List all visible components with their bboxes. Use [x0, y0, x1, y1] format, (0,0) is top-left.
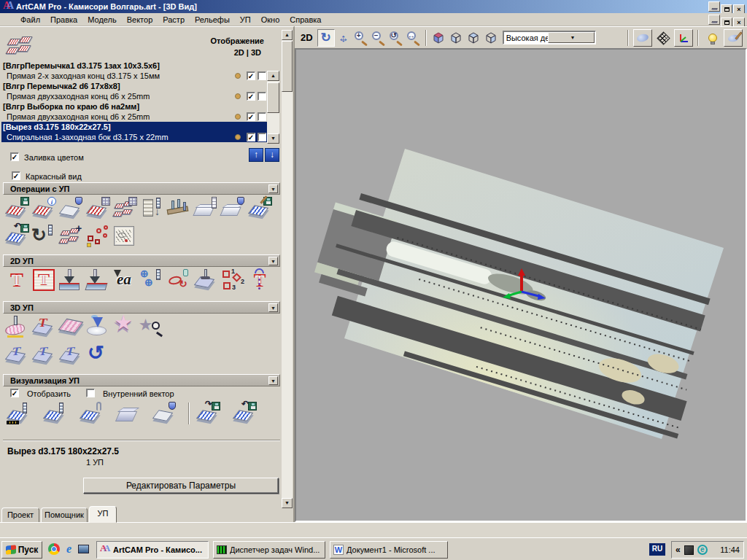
toolpath-strategy-row[interactable]: Спиральная 1-заходная бок d3.175 x 22mm✓ [1, 132, 267, 142]
load-simulation-icon[interactable]: ↶ [232, 402, 257, 425]
material-setup-icon[interactable] [193, 197, 218, 220]
show-2d-checkbox[interactable]: ✓ [247, 92, 255, 101]
machine-relief-icon[interactable] [4, 315, 29, 338]
fill-color-checkbox[interactable]: ✓ [10, 152, 19, 161]
rotate-view-icon[interactable]: ↻ [317, 29, 335, 47]
toolpath-preview-icon[interactable] [112, 224, 137, 247]
batch-calculate-icon[interactable] [112, 197, 137, 220]
task-3[interactable]: WДокумент1 - Microsoft ... [330, 541, 448, 559]
zoom-out-icon[interactable]: − [370, 29, 387, 47]
feature-machining-icon[interactable]: T [31, 315, 56, 338]
menu-Модель[interactable]: Модель [82, 14, 121, 26]
section-toolpath-simulation[interactable]: Визуализация УП▼ [3, 374, 280, 386]
section-collapse-icon[interactable]: ▼ [268, 257, 278, 265]
toolpath-info-icon[interactable]: i [31, 197, 56, 220]
engrave-plate-3-icon[interactable]: T [58, 343, 83, 366]
menu-Справка[interactable]: Справка [285, 14, 326, 26]
bevel-carving-icon[interactable] [85, 268, 110, 292]
menu-Вектор[interactable]: Вектор [122, 14, 158, 26]
machining-order-icon[interactable]: 123 [220, 268, 245, 292]
list-scroll-thumb[interactable] [267, 82, 279, 113]
edit-parameters-button[interactable]: Редактировать Параметры [83, 478, 279, 494]
toolpath-group-header[interactable]: [Влгр Перемычка2 d6 17x8x8] [1, 81, 267, 91]
engrave-plate-2-icon[interactable]: T [31, 343, 56, 366]
toolpath-delete-icon[interactable] [58, 197, 83, 220]
menu-Окно[interactable]: Окно [256, 14, 285, 26]
mode-2d-button[interactable]: 2D [301, 32, 313, 43]
show-desktop-icon[interactable] [78, 545, 89, 553]
tool-database-icon[interactable] [166, 197, 191, 220]
view-along-y-icon[interactable] [465, 29, 482, 47]
inner-vector-checkbox[interactable] [86, 389, 95, 397]
show-2d-checkbox[interactable]: ✓ [247, 133, 255, 141]
tab-УП[interactable]: УП [89, 506, 117, 523]
toolpath-list-icon[interactable]: ↓ [139, 197, 164, 220]
inlay-wizard-icon[interactable]: ↻ [166, 268, 191, 292]
view-along-x-icon[interactable] [447, 29, 465, 47]
toolpath-merge-icon[interactable]: + [58, 224, 83, 247]
tray-app-icon[interactable] [684, 545, 694, 555]
move-toolpath-down-button[interactable]: ↓ [265, 148, 279, 162]
section-collapse-icon[interactable]: ▼ [268, 184, 278, 193]
menu-Растр[interactable]: Растр [158, 14, 190, 26]
menu-Рельефы[interactable]: Рельефы [190, 14, 235, 26]
menu-Файл[interactable]: Файл [15, 14, 45, 26]
show-3d-checkbox[interactable] [258, 112, 266, 121]
simulate-toolpath-icon[interactable] [42, 402, 67, 425]
panel-scroll-down-icon[interactable]: ▼ [282, 498, 293, 508]
menu-УП[interactable]: УП [235, 14, 256, 26]
isometric-view-icon[interactable] [430, 29, 447, 47]
machine-selected-icon[interactable]: ★★ [112, 315, 137, 338]
smart-engraving-icon[interactable]: ea [112, 268, 137, 292]
toolpath-group-header[interactable]: [ВлгрПеремычка1 d3.175 1зах 10x3.5x6] [1, 61, 267, 71]
panel-scrollbar[interactable]: ▲ ▼ [282, 30, 293, 508]
title-bar[interactable]: AA ArtCAM Pro - Камисори Волгарь.art - [… [0, 0, 747, 13]
save-simulation-icon[interactable]: ↷ [196, 402, 220, 425]
view-along-z-icon[interactable] [482, 29, 500, 47]
v-bit-carving-icon[interactable] [58, 268, 83, 292]
pan-view-icon[interactable]: ↔↕ [335, 29, 352, 47]
zoom-previous-icon[interactable]: ↺ [387, 29, 405, 47]
tray-e-icon[interactable]: e [697, 545, 708, 555]
start-button[interactable]: Пуск [1, 541, 42, 559]
toggle-wireframe-icon[interactable] [654, 29, 673, 47]
tab-Проект[interactable]: Проект [1, 508, 39, 523]
move-toolpath-up-button[interactable]: ↑ [249, 148, 263, 162]
zoom-in-icon[interactable]: + [352, 29, 370, 47]
milling-icon[interactable] [193, 268, 218, 292]
tab-Помощник[interactable]: Помощник [41, 508, 88, 523]
draw-relief-icon[interactable] [724, 29, 743, 47]
toolpath-list-scrollbar[interactable]: ▲ ▼ [267, 71, 279, 144]
detail-level-dropdown[interactable]: Высокая детализация ▼ [503, 31, 596, 44]
language-indicator[interactable]: RU [649, 543, 665, 556]
list-scroll-up-icon[interactable]: ▲ [267, 71, 279, 81]
tray-collapse-icon[interactable]: « [676, 545, 681, 555]
minimize-button[interactable] [708, 1, 720, 12]
engrave-plate-1-icon[interactable]: T [4, 343, 29, 366]
list-scroll-down-icon[interactable]: ▼ [267, 133, 279, 144]
show-2d-checkbox[interactable]: ✓ [247, 71, 255, 80]
profile-machining-icon[interactable]: TT [4, 268, 29, 292]
bridges-icon[interactable]: TT [247, 268, 272, 292]
show-2d-checkbox[interactable]: ✓ [247, 112, 255, 121]
z-level-roughing-icon[interactable] [58, 315, 83, 338]
simulate-relief-icon[interactable]: ★ [139, 315, 164, 338]
menu-Правка[interactable]: Правка [45, 14, 82, 26]
area-clearance-icon[interactable]: TT [31, 268, 56, 292]
panel-scroll-track[interactable] [282, 40, 293, 498]
zoom-extents-icon[interactable]: ↔ [405, 29, 422, 47]
drilling-icon[interactable]: ⊕⊕ [139, 268, 164, 292]
chrome-icon[interactable] [48, 543, 60, 555]
show-3d-checkbox[interactable] [258, 71, 266, 80]
section-2d-toolpaths[interactable]: 2D УП▼ [3, 254, 280, 267]
wireframe-checkbox[interactable]: ✓ [12, 171, 20, 180]
simulate-toolpath-fast-icon[interactable] [6, 402, 31, 425]
template-load-icon[interactable]: ↶ [4, 224, 29, 247]
viewport-3d[interactable] [295, 48, 747, 522]
show-3d-checkbox[interactable] [258, 133, 266, 141]
toolpath-nest-icon[interactable] [85, 224, 110, 247]
template-save-icon[interactable] [247, 197, 272, 220]
reset-simulation-icon[interactable] [115, 402, 140, 425]
toolpath-strategy-row[interactable]: Прямая двухзаходная конц d6 x 25mm✓ [1, 91, 267, 101]
toggle-light-icon[interactable] [703, 29, 722, 47]
